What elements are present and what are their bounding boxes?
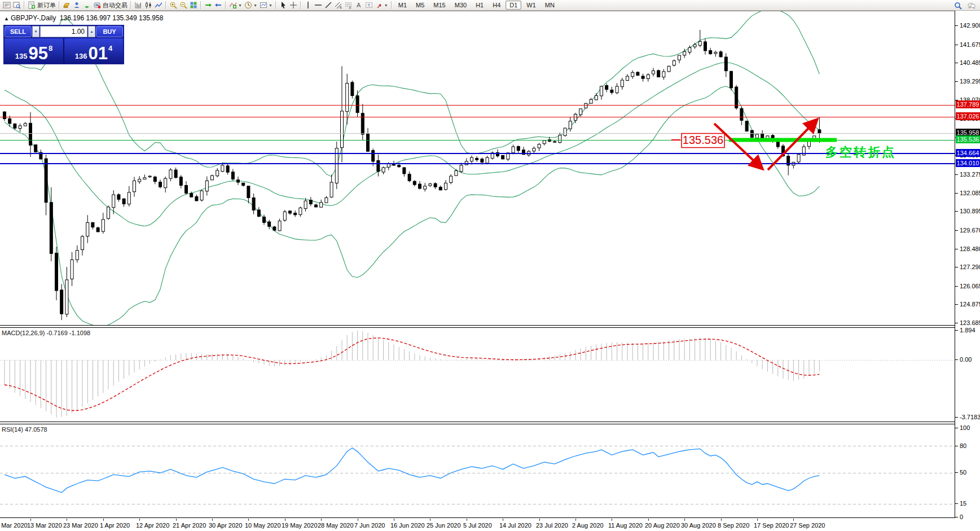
new-order-icon (28, 1, 36, 9)
chevron-down-icon: ▼ (34, 30, 38, 33)
timeframe-m15-button[interactable]: M15 (429, 1, 449, 10)
timeframe-mn-button[interactable]: MN (541, 1, 559, 10)
svg-text:F: F (349, 6, 351, 9)
price-tick-label: 142.900 (960, 22, 980, 29)
date-tick-label: 23 Mar 2020 (63, 522, 98, 529)
main-chart[interactable]: 135.536多空转折点 (0, 11, 955, 326)
chart-symbol-period: GBPJPY-,Daily (11, 14, 56, 22)
buy-price[interactable]: 136014 (64, 38, 123, 63)
price-level-badge: 137.789 (956, 100, 980, 108)
price-tick-label: 124.875 (960, 301, 980, 308)
date-tick-label: 20 Aug 2020 (645, 522, 680, 529)
date-tick-label: 8 Sep 2020 (718, 522, 749, 529)
toolbar-right-icons (953, 1, 977, 10)
toolbar-separator (200, 1, 201, 9)
symbol-marker-icon: ▲ (4, 16, 9, 21)
auto-scroll-button[interactable] (203, 1, 213, 10)
candlestick-chart-button[interactable] (143, 1, 153, 10)
chart-ohlc-values: 136.196 136.997 135.349 135.958 (60, 14, 164, 22)
text-label-icon: T (365, 1, 373, 9)
tile-windows-button[interactable] (188, 1, 199, 10)
price-tick-label: 132.085 (960, 190, 980, 196)
market-watch-button[interactable] (2, 1, 12, 10)
metaeditor-icon (63, 1, 71, 9)
fibonacci-button[interactable]: F (344, 1, 354, 10)
cursor-button[interactable] (278, 1, 288, 10)
svg-text:T: T (367, 3, 370, 8)
chart-shift-button[interactable] (213, 1, 223, 10)
buy-button[interactable]: BUY (96, 26, 123, 37)
sell-button[interactable]: SELL (5, 26, 32, 37)
price-level-badge: 134.010 (956, 159, 980, 167)
line-chart-button[interactable] (153, 1, 164, 10)
chat-button[interactable] (966, 1, 977, 10)
data-window-button[interactable] (12, 1, 22, 10)
zoom-out-button[interactable] (178, 1, 188, 10)
toolbar-separator (300, 1, 301, 9)
timeframe-w1-button[interactable]: W1 (522, 1, 540, 10)
timeframe-m30-button[interactable]: M30 (451, 1, 471, 10)
sell-price[interactable]: 135958 (5, 38, 63, 63)
date-axis[interactable]: 4 Mar 202013 Mar 202023 Mar 20201 Apr 20… (0, 519, 955, 531)
rsi-tick-label: 100 (960, 424, 970, 431)
macd-chart[interactable]: MACD(12,26,9) -0.7169 -1.1098 (0, 327, 955, 422)
arrows-icon (375, 1, 383, 9)
price-level-badge: 135.536 (956, 135, 980, 143)
candlestick-chart-icon (144, 1, 152, 9)
date-tick-label: 23 Jul 2020 (536, 522, 568, 529)
metaeditor-button[interactable] (61, 1, 72, 10)
timeframe-h4-button[interactable]: H4 (489, 1, 504, 10)
svg-text:A: A (357, 2, 361, 8)
vertical-line-button[interactable] (303, 1, 313, 10)
indicators-button[interactable]: ▼ (228, 1, 243, 10)
arrows-button[interactable]: ▼ (374, 1, 389, 10)
autotrading-button[interactable]: 自动交易 (92, 1, 129, 10)
price-tick-label: 133.275 (960, 171, 980, 178)
date-tick-label: 2 Aug 2020 (572, 522, 604, 529)
bar-chart-icon (134, 1, 142, 9)
volume-input[interactable] (40, 26, 87, 37)
price-tick-label: 130.895 (960, 208, 980, 214)
chart-header: ▲GBPJPY-,Daily 136.196 136.997 135.349 1… (4, 14, 163, 22)
search-button[interactable] (953, 1, 963, 10)
rsi-chart[interactable]: RSI(14) 47.0578 (0, 424, 955, 518)
price-tick-label: 141.675 (960, 41, 980, 48)
price-axis[interactable]: 142.900141.675140.485139.295138.070136.8… (955, 11, 980, 518)
line-chart-icon (155, 1, 162, 9)
volume-decrease-button[interactable]: ▼ (32, 26, 39, 37)
zoom-out-icon (179, 1, 187, 9)
rsi-tick-label: 15 (960, 500, 966, 507)
buy-price-base: 136 (75, 52, 87, 61)
chevron-down-icon: ▼ (253, 3, 257, 7)
timeframe-d1-button[interactable]: D1 (506, 1, 521, 10)
periods-button[interactable]: ▼ (243, 1, 258, 10)
volume-increase-button[interactable]: ▲ (88, 26, 95, 37)
community-button[interactable] (72, 1, 82, 10)
svg-text:135.536: 135.536 (683, 134, 723, 146)
date-tick-label: 5 Jul 2020 (463, 522, 492, 529)
timeframe-h1-button[interactable]: H1 (472, 1, 487, 10)
toolbar-separator (130, 1, 131, 9)
rsi-tick-label: 50 (960, 469, 966, 476)
timeframe-m5-button[interactable]: M5 (412, 1, 428, 10)
zoom-in-button[interactable] (168, 1, 178, 10)
macd-tick-label: 0.00 (960, 356, 972, 363)
signals-button[interactable] (82, 1, 92, 10)
price-level-badge: 137.026 (956, 112, 980, 120)
timeframe-m1-button[interactable]: M1 (394, 1, 411, 10)
text-label-button[interactable]: T (364, 1, 374, 10)
toolbar-separator (24, 1, 25, 9)
trendline-button[interactable] (323, 1, 333, 10)
equidistant-channel-button[interactable]: E (333, 1, 344, 10)
crosshair-button[interactable] (288, 1, 298, 10)
date-tick-label: 11 Aug 2020 (608, 522, 643, 529)
new-order-button[interactable]: 新订单 (27, 1, 57, 10)
bar-chart-button[interactable] (133, 1, 143, 10)
macd-label: MACD(12,26,9) -0.7169 -1.1098 (2, 330, 90, 336)
horizontal-line-button[interactable] (313, 1, 323, 10)
text-button[interactable]: A (354, 1, 364, 10)
toolbar-separator (165, 1, 166, 9)
templates-button[interactable]: ▼ (258, 1, 274, 10)
market-watch-icon (3, 1, 11, 9)
price-tick-label: 128.480 (960, 245, 980, 252)
